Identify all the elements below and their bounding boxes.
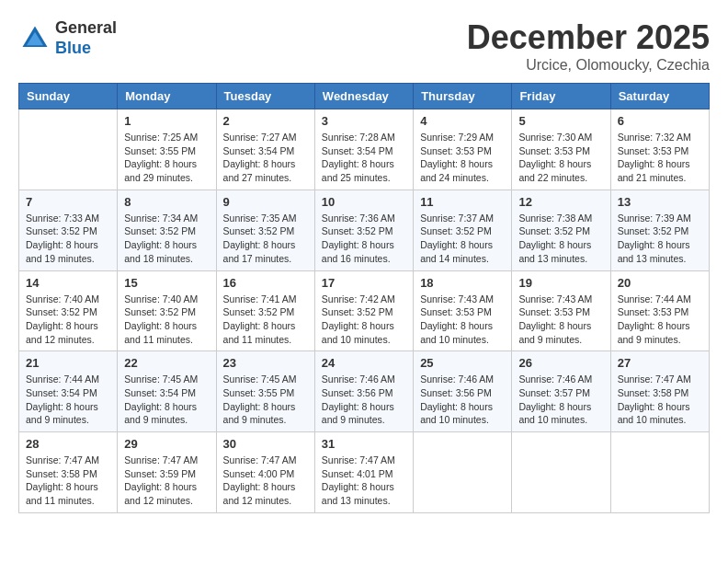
- calendar-day-cell: 5Sunrise: 7:30 AM Sunset: 3:53 PM Daylig…: [512, 109, 610, 190]
- day-info: Sunrise: 7:28 AM Sunset: 3:54 PM Dayligh…: [322, 131, 406, 185]
- day-info: Sunrise: 7:44 AM Sunset: 3:53 PM Dayligh…: [618, 293, 702, 347]
- calendar-day-cell: [19, 109, 118, 190]
- day-info: Sunrise: 7:35 AM Sunset: 3:52 PM Dayligh…: [223, 212, 308, 266]
- location: Urcice, Olomoucky, Czechia: [467, 57, 710, 74]
- day-number: 7: [26, 195, 110, 209]
- day-number: 29: [124, 437, 209, 451]
- day-number: 1: [124, 114, 209, 128]
- day-number: 9: [223, 195, 308, 209]
- calendar-week-row: 28Sunrise: 7:47 AM Sunset: 3:58 PM Dayli…: [19, 432, 710, 513]
- calendar-table: SundayMondayTuesdayWednesdayThursdayFrid…: [18, 83, 710, 513]
- calendar-day-cell: 18Sunrise: 7:43 AM Sunset: 3:53 PM Dayli…: [414, 270, 512, 351]
- day-number: 22: [124, 356, 209, 370]
- calendar-week-row: 21Sunrise: 7:44 AM Sunset: 3:54 PM Dayli…: [19, 351, 710, 432]
- day-number: 11: [420, 195, 505, 209]
- calendar-day-cell: 6Sunrise: 7:32 AM Sunset: 3:53 PM Daylig…: [610, 109, 709, 190]
- day-info: Sunrise: 7:47 AM Sunset: 4:00 PM Dayligh…: [223, 454, 308, 508]
- day-info: Sunrise: 7:40 AM Sunset: 3:52 PM Dayligh…: [26, 293, 110, 347]
- calendar-day-cell: 2Sunrise: 7:27 AM Sunset: 3:54 PM Daylig…: [216, 109, 314, 190]
- day-info: Sunrise: 7:43 AM Sunset: 3:53 PM Dayligh…: [518, 293, 603, 347]
- day-info: Sunrise: 7:43 AM Sunset: 3:53 PM Dayligh…: [420, 293, 505, 347]
- calendar-day-cell: [414, 432, 512, 513]
- calendar-day-cell: 13Sunrise: 7:39 AM Sunset: 3:52 PM Dayli…: [610, 190, 709, 270]
- calendar-day-cell: 26Sunrise: 7:46 AM Sunset: 3:57 PM Dayli…: [512, 351, 610, 432]
- month-title: December 2025: [467, 18, 710, 57]
- day-number: 19: [518, 276, 603, 290]
- day-info: Sunrise: 7:47 AM Sunset: 3:58 PM Dayligh…: [618, 373, 702, 427]
- day-info: Sunrise: 7:47 AM Sunset: 3:59 PM Dayligh…: [124, 454, 209, 508]
- day-number: 14: [26, 276, 110, 290]
- calendar-body: 1Sunrise: 7:25 AM Sunset: 3:55 PM Daylig…: [19, 109, 710, 513]
- day-info: Sunrise: 7:33 AM Sunset: 3:52 PM Dayligh…: [26, 212, 110, 266]
- logo: General Blue: [18, 18, 117, 58]
- day-info: Sunrise: 7:47 AM Sunset: 3:58 PM Dayligh…: [26, 454, 110, 508]
- day-number: 10: [322, 195, 406, 209]
- calendar-day-cell: 20Sunrise: 7:44 AM Sunset: 3:53 PM Dayli…: [610, 270, 709, 351]
- calendar-day-cell: 17Sunrise: 7:42 AM Sunset: 3:52 PM Dayli…: [314, 270, 413, 351]
- calendar-day-cell: 23Sunrise: 7:45 AM Sunset: 3:55 PM Dayli…: [216, 351, 314, 432]
- day-number: 8: [124, 195, 209, 209]
- calendar-day-cell: 11Sunrise: 7:37 AM Sunset: 3:52 PM Dayli…: [414, 190, 512, 270]
- day-info: Sunrise: 7:46 AM Sunset: 3:56 PM Dayligh…: [420, 373, 505, 427]
- calendar-header-sunday: Sunday: [19, 84, 118, 109]
- logo-text: General Blue: [55, 18, 117, 58]
- day-number: 2: [223, 114, 308, 128]
- day-number: 23: [223, 356, 308, 370]
- calendar-day-cell: 28Sunrise: 7:47 AM Sunset: 3:58 PM Dayli…: [19, 432, 118, 513]
- calendar-header-friday: Friday: [512, 84, 610, 109]
- day-info: Sunrise: 7:37 AM Sunset: 3:52 PM Dayligh…: [420, 212, 505, 266]
- day-number: 28: [26, 437, 110, 451]
- calendar-week-row: 7Sunrise: 7:33 AM Sunset: 3:52 PM Daylig…: [19, 190, 710, 270]
- day-number: 21: [26, 356, 110, 370]
- calendar-day-cell: [610, 432, 709, 513]
- day-number: 16: [223, 276, 308, 290]
- day-number: 6: [618, 114, 702, 128]
- day-number: 20: [618, 276, 702, 290]
- logo-blue: Blue: [55, 39, 91, 57]
- day-info: Sunrise: 7:38 AM Sunset: 3:52 PM Dayligh…: [518, 212, 603, 266]
- calendar-day-cell: 12Sunrise: 7:38 AM Sunset: 3:52 PM Dayli…: [512, 190, 610, 270]
- calendar-day-cell: 22Sunrise: 7:45 AM Sunset: 3:54 PM Dayli…: [118, 351, 216, 432]
- calendar-header-saturday: Saturday: [610, 84, 709, 109]
- day-number: 26: [518, 356, 603, 370]
- calendar-day-cell: 7Sunrise: 7:33 AM Sunset: 3:52 PM Daylig…: [19, 190, 118, 270]
- day-number: 24: [322, 356, 406, 370]
- day-info: Sunrise: 7:45 AM Sunset: 3:55 PM Dayligh…: [223, 373, 308, 427]
- calendar-header-monday: Monday: [118, 84, 216, 109]
- day-info: Sunrise: 7:47 AM Sunset: 4:01 PM Dayligh…: [322, 454, 406, 508]
- calendar-day-cell: 4Sunrise: 7:29 AM Sunset: 3:53 PM Daylig…: [414, 109, 512, 190]
- day-number: 4: [420, 114, 505, 128]
- calendar-week-row: 14Sunrise: 7:40 AM Sunset: 3:52 PM Dayli…: [19, 270, 710, 351]
- day-info: Sunrise: 7:34 AM Sunset: 3:52 PM Dayligh…: [124, 212, 209, 266]
- calendar-day-cell: 16Sunrise: 7:41 AM Sunset: 3:52 PM Dayli…: [216, 270, 314, 351]
- day-number: 15: [124, 276, 209, 290]
- calendar-header-thursday: Thursday: [414, 84, 512, 109]
- calendar-day-cell: [512, 432, 610, 513]
- calendar-day-cell: 3Sunrise: 7:28 AM Sunset: 3:54 PM Daylig…: [314, 109, 413, 190]
- calendar-day-cell: 21Sunrise: 7:44 AM Sunset: 3:54 PM Dayli…: [19, 351, 118, 432]
- calendar-day-cell: 24Sunrise: 7:46 AM Sunset: 3:56 PM Dayli…: [314, 351, 413, 432]
- page-header: General Blue December 2025 Urcice, Olomo…: [18, 18, 710, 74]
- calendar-day-cell: 15Sunrise: 7:40 AM Sunset: 3:52 PM Dayli…: [118, 270, 216, 351]
- day-info: Sunrise: 7:46 AM Sunset: 3:56 PM Dayligh…: [322, 373, 406, 427]
- day-info: Sunrise: 7:29 AM Sunset: 3:53 PM Dayligh…: [420, 131, 505, 185]
- calendar-day-cell: 19Sunrise: 7:43 AM Sunset: 3:53 PM Dayli…: [512, 270, 610, 351]
- day-info: Sunrise: 7:30 AM Sunset: 3:53 PM Dayligh…: [518, 131, 603, 185]
- calendar-day-cell: 10Sunrise: 7:36 AM Sunset: 3:52 PM Dayli…: [314, 190, 413, 270]
- day-info: Sunrise: 7:32 AM Sunset: 3:53 PM Dayligh…: [618, 131, 702, 185]
- day-info: Sunrise: 7:42 AM Sunset: 3:52 PM Dayligh…: [322, 293, 406, 347]
- calendar-day-cell: 1Sunrise: 7:25 AM Sunset: 3:55 PM Daylig…: [118, 109, 216, 190]
- calendar-day-cell: 29Sunrise: 7:47 AM Sunset: 3:59 PM Dayli…: [118, 432, 216, 513]
- day-info: Sunrise: 7:45 AM Sunset: 3:54 PM Dayligh…: [124, 373, 209, 427]
- calendar-day-cell: 31Sunrise: 7:47 AM Sunset: 4:01 PM Dayli…: [314, 432, 413, 513]
- day-info: Sunrise: 7:27 AM Sunset: 3:54 PM Dayligh…: [223, 131, 308, 185]
- calendar-header-wednesday: Wednesday: [314, 84, 413, 109]
- day-number: 31: [322, 437, 406, 451]
- calendar-day-cell: 25Sunrise: 7:46 AM Sunset: 3:56 PM Dayli…: [414, 351, 512, 432]
- title-section: December 2025 Urcice, Olomoucky, Czechia: [467, 18, 710, 74]
- day-number: 5: [518, 114, 603, 128]
- logo-general: General: [55, 18, 117, 37]
- day-info: Sunrise: 7:25 AM Sunset: 3:55 PM Dayligh…: [124, 131, 209, 185]
- day-number: 13: [618, 195, 702, 209]
- calendar-header-tuesday: Tuesday: [216, 84, 314, 109]
